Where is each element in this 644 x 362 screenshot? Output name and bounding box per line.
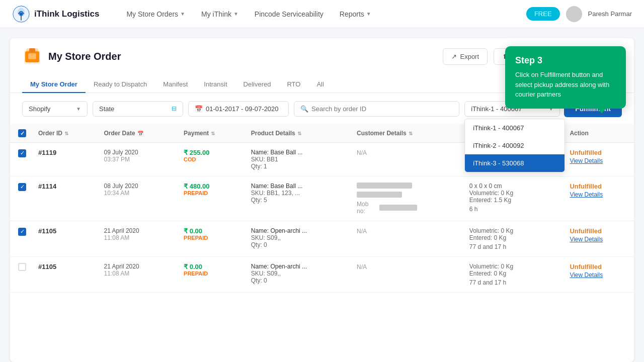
view-details-link[interactable]: View Details	[570, 157, 628, 164]
row-checkbox[interactable]	[18, 263, 26, 271]
state-filter-label: State	[99, 105, 114, 113]
volumetric-value: Volumetric: 0 Kg	[469, 227, 558, 234]
sort-icon: ⇅	[211, 131, 215, 136]
warehouse-option-1[interactable]: iThink-1 - 400067	[465, 119, 565, 137]
nav-reports[interactable]: Reports ▼	[333, 6, 378, 22]
product-qty: Qty: 1	[251, 163, 345, 170]
svg-rect-6	[28, 53, 36, 59]
table-row: #110521 April 202011:08 AM₹ 0.00PREPAIDN…	[10, 257, 634, 293]
main-page: Step 3 Click on Fulfillment button and s…	[10, 38, 634, 362]
svg-rect-7	[29, 48, 35, 52]
entered-value: Entered: 0 Kg	[469, 270, 558, 277]
store-filter[interactable]: Shopify ▼	[22, 101, 88, 117]
action-cell: UnfulfilledView Details	[564, 221, 634, 257]
header: iThink Logistics My Store Orders ▼ My iT…	[0, 0, 644, 28]
tab-rto[interactable]: RTO	[279, 76, 308, 93]
order-date-value: 09 July 2020	[104, 149, 172, 156]
state-filter[interactable]: State ⊟	[93, 101, 183, 117]
dimension-weight-cell: 0 x 0 x 0 cmVolumetric: 0 KgEntered: 1.5…	[463, 176, 564, 221]
order-id-cell: #1105	[32, 257, 98, 293]
warehouse-option-2[interactable]: iThink-2 - 400092	[465, 137, 565, 154]
payment-type: PREPAID	[184, 235, 239, 241]
view-details-link[interactable]: View Details	[570, 191, 628, 198]
filter-icon: ⊟	[172, 105, 177, 112]
logo[interactable]: iThink Logistics	[12, 5, 99, 23]
product-qty: Qty: 5	[251, 197, 345, 204]
tab-ready-to-dispatch[interactable]: Ready to Dispatch	[86, 76, 155, 93]
nav-my-ithink[interactable]: My iThink ▼	[194, 6, 246, 22]
search-input[interactable]	[311, 105, 453, 113]
view-details-link[interactable]: View Details	[570, 272, 628, 279]
nav-pincode-serviceability[interactable]: Pincode Serviceability	[248, 6, 331, 22]
payment-cell: ₹ 0.00PREPAID	[178, 257, 245, 293]
customer-details-cell: Mob no:	[351, 176, 463, 221]
header-right: FREE Paresh Parmar	[526, 6, 632, 22]
tab-intransit[interactable]: Intransit	[196, 76, 235, 93]
chevron-down-icon: ▼	[233, 11, 238, 17]
th-order-date: Order Date 📅	[98, 124, 178, 143]
date-range-filter[interactable]: 📅 01-01-2017 - 09-07-2020	[188, 101, 289, 117]
order-date-value: 21 April 2020	[104, 263, 172, 270]
warehouse-option-3[interactable]: iThink-3 - 530068	[465, 154, 565, 172]
row-checkbox[interactable]	[18, 183, 26, 191]
main-nav: My Store Orders ▼ My iThink ▼ Pincode Se…	[119, 6, 526, 22]
search-wrap: 🔍	[294, 101, 459, 117]
payment-amount: ₹ 255.00	[184, 149, 239, 156]
sort-icon: ⇅	[64, 131, 68, 136]
svg-point-2	[19, 12, 23, 16]
payment-type: PREPAID	[184, 190, 239, 196]
nav-my-store-orders[interactable]: My Store Orders ▼	[119, 6, 192, 22]
page-title-row: My Store Order	[22, 46, 121, 66]
payment-cell: ₹ 480.00PREPAID	[178, 176, 245, 221]
export-icon: ↗	[451, 53, 457, 60]
customer-na: N/A	[357, 228, 367, 235]
customer-na: N/A	[357, 149, 367, 156]
product-sku: SKU: S09,,	[251, 270, 345, 277]
view-details-link[interactable]: View Details	[570, 236, 628, 243]
tab-my-store-order[interactable]: My Store Order	[22, 76, 86, 93]
product-details-cell: Name: Base Ball ...SKU: BB1Qty: 1	[245, 143, 351, 176]
store-icon	[22, 46, 42, 66]
tab-delivered[interactable]: Delivered	[235, 76, 279, 93]
th-action: Action	[564, 124, 634, 143]
order-date-value: 21 April 2020	[104, 227, 172, 234]
entered-value: Entered: 0 Kg	[469, 234, 558, 241]
table-row: #111408 July 202010:34 AM₹ 480.00PREPAID…	[10, 176, 634, 221]
product-name: Name: Open-archi ...	[251, 263, 345, 270]
elapsed-value: 77 d and 17 h	[469, 279, 558, 286]
step3-tooltip: Step 3 Click on Fulfillment button and s…	[505, 46, 626, 109]
order-id-cell: #1114	[32, 176, 98, 221]
product-name: Name: Base Ball ...	[251, 183, 345, 190]
tab-all[interactable]: All	[308, 76, 332, 93]
row-checkbox[interactable]	[18, 228, 26, 236]
th-customer-details: Customer Details ⇅	[351, 124, 463, 143]
export-button[interactable]: ↗ Export	[443, 48, 488, 65]
dimension-weight-cell: Volumetric: 0 KgEntered: 0 Kg77 d and 17…	[463, 221, 564, 257]
order-id-cell: #1105	[32, 221, 98, 257]
volumetric-value: Volumetric: 0 Kg	[469, 190, 558, 197]
product-name: Name: Base Ball ...	[251, 149, 345, 156]
status-badge: Unfulfilled	[570, 149, 628, 156]
row-checkbox[interactable]	[18, 149, 26, 157]
free-cta-button[interactable]: FREE	[526, 7, 560, 21]
calendar-icon: 📅	[195, 105, 203, 113]
app-name: iThink Logistics	[34, 9, 99, 19]
tab-manifest[interactable]: Manifest	[155, 76, 196, 93]
payment-cell: ₹ 255.00COD	[178, 143, 245, 176]
order-date-cell: 21 April 202011:08 AM	[98, 257, 178, 293]
elapsed-value: 77 d and 17 h	[469, 243, 558, 250]
order-time-value: 10:34 AM	[104, 190, 172, 197]
product-details-cell: Name: Open-archi ...SKU: S09,,Qty: 0	[245, 257, 351, 293]
action-cell: UnfulfilledView Details	[564, 257, 634, 293]
volumetric-value: Volumetric: 0 Kg	[469, 263, 558, 270]
product-details-cell: Name: Base Ball ...SKU: BB1, 123, ...Qty…	[245, 176, 351, 221]
select-all-checkbox[interactable]	[18, 129, 26, 137]
th-product-details: Product Details ⇅	[245, 124, 351, 143]
step3-title: Step 3	[515, 55, 616, 66]
th-order-id: Order ID ⇅	[32, 124, 98, 143]
payment-amount: ₹ 0.00	[184, 263, 239, 270]
customer-details-cell: N/A	[351, 143, 463, 176]
order-id-value: #1105	[38, 227, 56, 235]
customer-name-blurred: Mob no:	[357, 183, 417, 215]
order-date-cell: 21 April 202011:08 AM	[98, 221, 178, 257]
